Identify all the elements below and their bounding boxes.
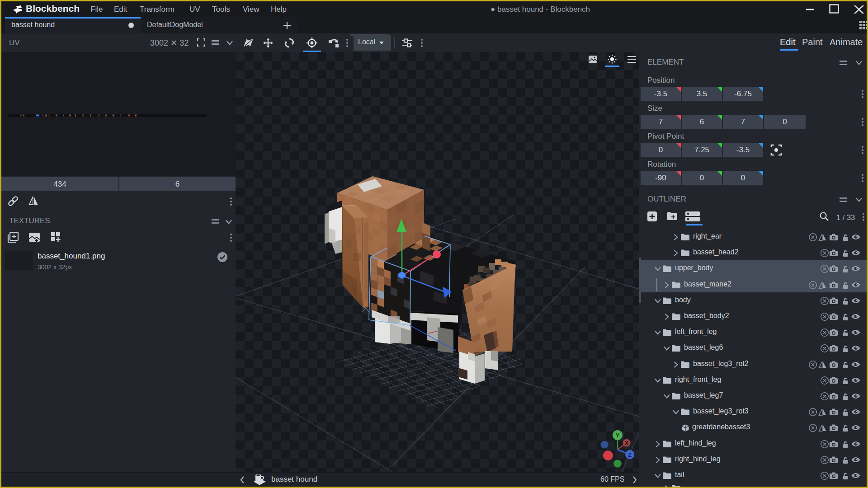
svg-text:X: X [625,440,628,446]
svg-text:Z: Z [628,451,632,458]
svg-text:Y: Y [616,432,620,439]
